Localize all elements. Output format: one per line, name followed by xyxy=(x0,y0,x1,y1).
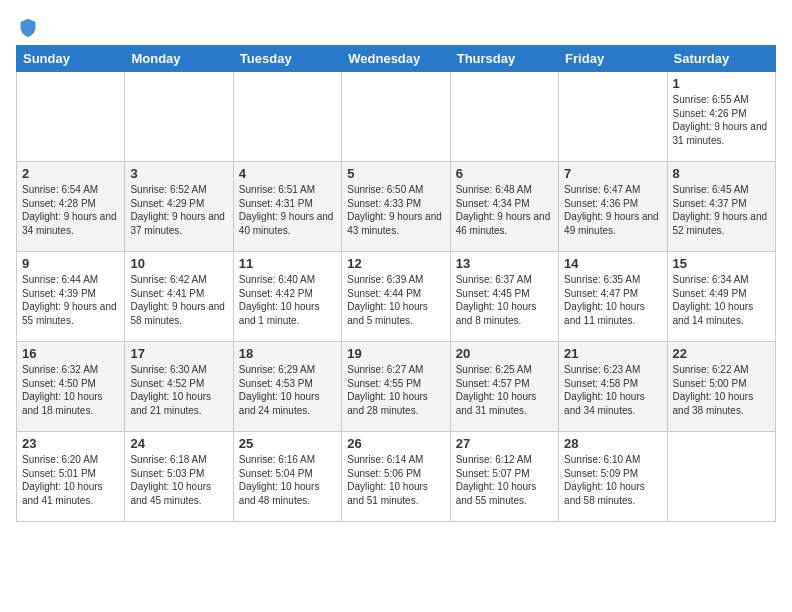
calendar-cell: 19Sunrise: 6:27 AM Sunset: 4:55 PM Dayli… xyxy=(342,342,450,432)
calendar-cell: 20Sunrise: 6:25 AM Sunset: 4:57 PM Dayli… xyxy=(450,342,558,432)
day-number: 23 xyxy=(22,436,119,451)
week-row-3: 9Sunrise: 6:44 AM Sunset: 4:39 PM Daylig… xyxy=(17,252,776,342)
day-info: Sunrise: 6:44 AM Sunset: 4:39 PM Dayligh… xyxy=(22,273,119,327)
calendar-cell: 9Sunrise: 6:44 AM Sunset: 4:39 PM Daylig… xyxy=(17,252,125,342)
calendar-cell xyxy=(667,432,775,522)
calendar-cell: 6Sunrise: 6:48 AM Sunset: 4:34 PM Daylig… xyxy=(450,162,558,252)
day-info: Sunrise: 6:40 AM Sunset: 4:42 PM Dayligh… xyxy=(239,273,336,327)
weekday-header-sunday: Sunday xyxy=(17,46,125,72)
day-info: Sunrise: 6:23 AM Sunset: 4:58 PM Dayligh… xyxy=(564,363,661,417)
day-info: Sunrise: 6:30 AM Sunset: 4:52 PM Dayligh… xyxy=(130,363,227,417)
day-number: 5 xyxy=(347,166,444,181)
weekday-header-tuesday: Tuesday xyxy=(233,46,341,72)
day-number: 7 xyxy=(564,166,661,181)
day-info: Sunrise: 6:25 AM Sunset: 4:57 PM Dayligh… xyxy=(456,363,553,417)
day-info: Sunrise: 6:12 AM Sunset: 5:07 PM Dayligh… xyxy=(456,453,553,507)
day-info: Sunrise: 6:50 AM Sunset: 4:33 PM Dayligh… xyxy=(347,183,444,237)
calendar-cell: 24Sunrise: 6:18 AM Sunset: 5:03 PM Dayli… xyxy=(125,432,233,522)
calendar-cell: 22Sunrise: 6:22 AM Sunset: 5:00 PM Dayli… xyxy=(667,342,775,432)
day-info: Sunrise: 6:52 AM Sunset: 4:29 PM Dayligh… xyxy=(130,183,227,237)
day-number: 24 xyxy=(130,436,227,451)
calendar-cell: 28Sunrise: 6:10 AM Sunset: 5:09 PM Dayli… xyxy=(559,432,667,522)
day-info: Sunrise: 6:32 AM Sunset: 4:50 PM Dayligh… xyxy=(22,363,119,417)
weekday-header-saturday: Saturday xyxy=(667,46,775,72)
day-number: 21 xyxy=(564,346,661,361)
calendar-cell: 13Sunrise: 6:37 AM Sunset: 4:45 PM Dayli… xyxy=(450,252,558,342)
day-info: Sunrise: 6:22 AM Sunset: 5:00 PM Dayligh… xyxy=(673,363,770,417)
day-number: 11 xyxy=(239,256,336,271)
weekday-header-row: SundayMondayTuesdayWednesdayThursdayFrid… xyxy=(17,46,776,72)
calendar-cell: 5Sunrise: 6:50 AM Sunset: 4:33 PM Daylig… xyxy=(342,162,450,252)
day-info: Sunrise: 6:55 AM Sunset: 4:26 PM Dayligh… xyxy=(673,93,770,147)
day-info: Sunrise: 6:29 AM Sunset: 4:53 PM Dayligh… xyxy=(239,363,336,417)
day-info: Sunrise: 6:45 AM Sunset: 4:37 PM Dayligh… xyxy=(673,183,770,237)
logo-icon xyxy=(18,17,38,37)
day-info: Sunrise: 6:51 AM Sunset: 4:31 PM Dayligh… xyxy=(239,183,336,237)
day-number: 26 xyxy=(347,436,444,451)
day-number: 10 xyxy=(130,256,227,271)
day-info: Sunrise: 6:47 AM Sunset: 4:36 PM Dayligh… xyxy=(564,183,661,237)
day-info: Sunrise: 6:42 AM Sunset: 4:41 PM Dayligh… xyxy=(130,273,227,327)
logo xyxy=(16,16,38,37)
calendar-cell: 18Sunrise: 6:29 AM Sunset: 4:53 PM Dayli… xyxy=(233,342,341,432)
calendar-cell: 26Sunrise: 6:14 AM Sunset: 5:06 PM Dayli… xyxy=(342,432,450,522)
day-info: Sunrise: 6:54 AM Sunset: 4:28 PM Dayligh… xyxy=(22,183,119,237)
day-info: Sunrise: 6:18 AM Sunset: 5:03 PM Dayligh… xyxy=(130,453,227,507)
day-number: 16 xyxy=(22,346,119,361)
day-info: Sunrise: 6:48 AM Sunset: 4:34 PM Dayligh… xyxy=(456,183,553,237)
week-row-1: 1Sunrise: 6:55 AM Sunset: 4:26 PM Daylig… xyxy=(17,72,776,162)
page-header xyxy=(16,16,776,37)
day-number: 1 xyxy=(673,76,770,91)
day-number: 13 xyxy=(456,256,553,271)
day-number: 15 xyxy=(673,256,770,271)
day-number: 22 xyxy=(673,346,770,361)
weekday-header-wednesday: Wednesday xyxy=(342,46,450,72)
day-info: Sunrise: 6:35 AM Sunset: 4:47 PM Dayligh… xyxy=(564,273,661,327)
day-number: 18 xyxy=(239,346,336,361)
day-info: Sunrise: 6:27 AM Sunset: 4:55 PM Dayligh… xyxy=(347,363,444,417)
day-number: 3 xyxy=(130,166,227,181)
calendar-cell: 12Sunrise: 6:39 AM Sunset: 4:44 PM Dayli… xyxy=(342,252,450,342)
day-number: 12 xyxy=(347,256,444,271)
day-info: Sunrise: 6:10 AM Sunset: 5:09 PM Dayligh… xyxy=(564,453,661,507)
calendar-cell xyxy=(450,72,558,162)
day-info: Sunrise: 6:14 AM Sunset: 5:06 PM Dayligh… xyxy=(347,453,444,507)
day-number: 8 xyxy=(673,166,770,181)
day-number: 25 xyxy=(239,436,336,451)
weekday-header-friday: Friday xyxy=(559,46,667,72)
day-number: 27 xyxy=(456,436,553,451)
day-number: 19 xyxy=(347,346,444,361)
calendar-cell: 25Sunrise: 6:16 AM Sunset: 5:04 PM Dayli… xyxy=(233,432,341,522)
calendar-cell: 15Sunrise: 6:34 AM Sunset: 4:49 PM Dayli… xyxy=(667,252,775,342)
week-row-2: 2Sunrise: 6:54 AM Sunset: 4:28 PM Daylig… xyxy=(17,162,776,252)
day-info: Sunrise: 6:37 AM Sunset: 4:45 PM Dayligh… xyxy=(456,273,553,327)
day-number: 2 xyxy=(22,166,119,181)
calendar-cell xyxy=(125,72,233,162)
calendar-cell: 7Sunrise: 6:47 AM Sunset: 4:36 PM Daylig… xyxy=(559,162,667,252)
day-info: Sunrise: 6:34 AM Sunset: 4:49 PM Dayligh… xyxy=(673,273,770,327)
weekday-header-monday: Monday xyxy=(125,46,233,72)
day-number: 6 xyxy=(456,166,553,181)
calendar-cell: 4Sunrise: 6:51 AM Sunset: 4:31 PM Daylig… xyxy=(233,162,341,252)
week-row-5: 23Sunrise: 6:20 AM Sunset: 5:01 PM Dayli… xyxy=(17,432,776,522)
day-info: Sunrise: 6:16 AM Sunset: 5:04 PM Dayligh… xyxy=(239,453,336,507)
calendar-table: SundayMondayTuesdayWednesdayThursdayFrid… xyxy=(16,45,776,522)
calendar-cell xyxy=(233,72,341,162)
calendar-cell: 10Sunrise: 6:42 AM Sunset: 4:41 PM Dayli… xyxy=(125,252,233,342)
calendar-cell: 11Sunrise: 6:40 AM Sunset: 4:42 PM Dayli… xyxy=(233,252,341,342)
day-number: 20 xyxy=(456,346,553,361)
calendar-cell: 3Sunrise: 6:52 AM Sunset: 4:29 PM Daylig… xyxy=(125,162,233,252)
calendar-cell: 8Sunrise: 6:45 AM Sunset: 4:37 PM Daylig… xyxy=(667,162,775,252)
calendar-cell xyxy=(559,72,667,162)
day-number: 4 xyxy=(239,166,336,181)
day-number: 17 xyxy=(130,346,227,361)
calendar-cell: 27Sunrise: 6:12 AM Sunset: 5:07 PM Dayli… xyxy=(450,432,558,522)
week-row-4: 16Sunrise: 6:32 AM Sunset: 4:50 PM Dayli… xyxy=(17,342,776,432)
calendar-cell: 17Sunrise: 6:30 AM Sunset: 4:52 PM Dayli… xyxy=(125,342,233,432)
calendar-cell: 23Sunrise: 6:20 AM Sunset: 5:01 PM Dayli… xyxy=(17,432,125,522)
calendar-cell: 14Sunrise: 6:35 AM Sunset: 4:47 PM Dayli… xyxy=(559,252,667,342)
calendar-cell: 1Sunrise: 6:55 AM Sunset: 4:26 PM Daylig… xyxy=(667,72,775,162)
calendar-cell xyxy=(17,72,125,162)
day-info: Sunrise: 6:20 AM Sunset: 5:01 PM Dayligh… xyxy=(22,453,119,507)
calendar-cell: 21Sunrise: 6:23 AM Sunset: 4:58 PM Dayli… xyxy=(559,342,667,432)
